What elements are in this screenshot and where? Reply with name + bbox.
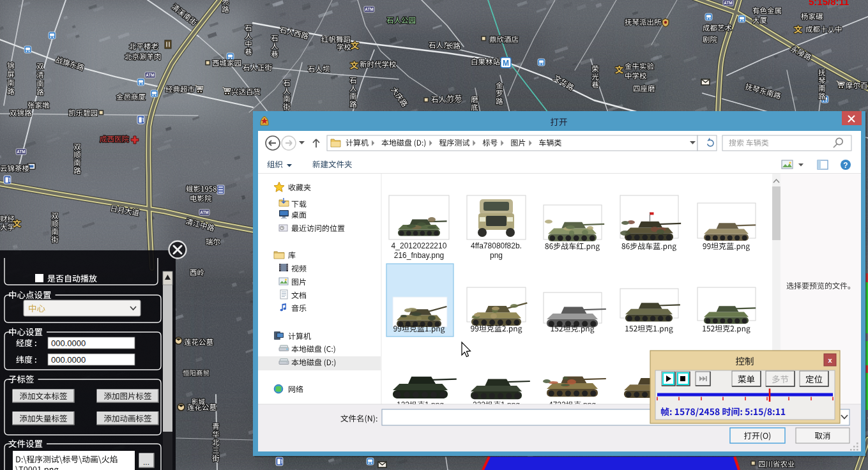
svg-text:000.0000: 000.0000 [51, 338, 86, 348]
svg-text:ATM: ATM [17, 149, 26, 154]
svg-text:ATM: ATM [146, 73, 155, 77]
svg-text:x: x [828, 356, 832, 364]
svg-text:4ffa78080f82b.: 4ffa78080f82b. [471, 241, 522, 250]
svg-text:4_20120222210: 4_20120222210 [392, 241, 447, 250]
svg-text:M: M [503, 59, 509, 68]
svg-text:png: png [490, 251, 503, 260]
svg-text:...: ... [143, 458, 149, 467]
svg-text:216_fnbay.png: 216_fnbay.png [394, 251, 445, 260]
svg-text:ATM: ATM [365, 7, 374, 11]
svg-text:ATM: ATM [200, 210, 209, 215]
svg-text:5:15/8:11: 5:15/8:11 [809, 0, 849, 7]
svg-text:ATM: ATM [724, 1, 733, 5]
svg-text:?: ? [843, 161, 848, 170]
svg-text:000.0000: 000.0000 [51, 355, 86, 365]
